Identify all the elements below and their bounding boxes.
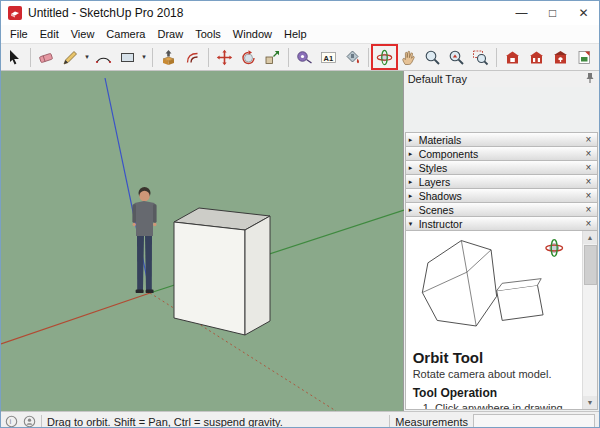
- red-axis: [1, 293, 150, 344]
- tray-empty-space: [404, 87, 599, 132]
- pan-tool-button[interactable]: [397, 46, 420, 68]
- expand-arrow-icon[interactable]: ▸: [409, 192, 419, 200]
- tape-measure-icon: [296, 49, 313, 66]
- tray-section-shadows[interactable]: ▸ Shadows ×: [405, 188, 598, 202]
- status-bar: i Drag to orbit. Shift = Pan, Ctrl = sus…: [1, 411, 599, 428]
- rectangle-icon: [119, 49, 136, 66]
- toolbar-separator: [496, 48, 497, 67]
- menu-help[interactable]: Help: [278, 28, 313, 40]
- tray-section-materials[interactable]: ▸ Materials ×: [405, 132, 598, 146]
- line-dropdown-arrow-icon[interactable]: ▾: [83, 53, 91, 61]
- app-logo-icon: [8, 6, 22, 20]
- 3d-warehouse-icon: [504, 49, 521, 66]
- close-icon[interactable]: ×: [583, 135, 594, 145]
- instructor-operation-heading: Tool Operation: [413, 386, 575, 400]
- scrollbar-thumb[interactable]: [584, 245, 597, 285]
- close-button[interactable]: ✕: [568, 1, 599, 25]
- window-title: Untitled - SketchUp Pro 2018: [28, 6, 506, 20]
- zoom-magnifier-icon: [424, 49, 441, 66]
- drawing-canvas[interactable]: [1, 71, 403, 411]
- paint-bucket-icon: [344, 49, 361, 66]
- svg-text:A1: A1: [324, 53, 334, 62]
- close-icon[interactable]: ×: [583, 163, 594, 173]
- expand-arrow-icon[interactable]: ▸: [409, 206, 419, 214]
- scroll-down-icon[interactable]: ▼: [583, 396, 597, 409]
- scale-figure[interactable]: [132, 187, 156, 293]
- title-bar: Untitled - SketchUp Pro 2018 — □ ✕: [1, 1, 599, 25]
- getting-started-toolbar: ▾ ▾: [1, 44, 599, 71]
- eraser-icon: [38, 49, 55, 66]
- scroll-up-icon[interactable]: ▲: [583, 231, 597, 244]
- shapes-dropdown-arrow-icon[interactable]: ▾: [140, 53, 148, 61]
- rotate-icon: [240, 49, 257, 66]
- menu-tools[interactable]: Tools: [189, 28, 227, 40]
- pin-icon[interactable]: [585, 72, 595, 86]
- minimize-button[interactable]: —: [506, 1, 537, 25]
- select-cursor-icon: [6, 49, 23, 66]
- close-icon[interactable]: ×: [583, 219, 594, 229]
- default-tray-panel: Default Tray ▸ Materials × ▸ Components …: [403, 71, 599, 411]
- send-to-layout-icon: [576, 49, 593, 66]
- arcs-tool-button[interactable]: [92, 46, 115, 68]
- paint-bucket-tool-button[interactable]: [341, 46, 364, 68]
- toolbar-separator: [208, 48, 209, 67]
- rotate-tool-button[interactable]: [237, 46, 260, 68]
- send-to-layout-button[interactable]: [573, 46, 596, 68]
- expand-arrow-icon[interactable]: ▸: [409, 150, 419, 158]
- arc-icon: [95, 49, 112, 66]
- move-tool-button[interactable]: [213, 46, 236, 68]
- expand-arrow-icon[interactable]: ▸: [409, 178, 419, 186]
- menu-file[interactable]: File: [4, 28, 34, 40]
- credits-status-icon[interactable]: [23, 415, 36, 428]
- zoom-extents-tool-button[interactable]: [445, 46, 468, 68]
- close-icon[interactable]: ×: [583, 149, 594, 159]
- instructor-scrollbar[interactable]: ▲ ▼: [582, 231, 597, 409]
- tray-section-components[interactable]: ▸ Components ×: [405, 146, 598, 160]
- extension-warehouse-icon: [528, 49, 545, 66]
- close-icon[interactable]: ×: [583, 191, 594, 201]
- text-tool-button[interactable]: A1: [317, 46, 340, 68]
- push-pull-icon: [160, 49, 177, 66]
- maximize-button[interactable]: □: [537, 1, 568, 25]
- extension-warehouse-button[interactable]: [525, 46, 548, 68]
- instructor-panel: Orbit Tool Rotate camera about model. To…: [405, 230, 598, 410]
- select-tool-button[interactable]: [3, 46, 26, 68]
- menu-camera[interactable]: Camera: [100, 28, 151, 40]
- text-label-icon: A1: [320, 49, 337, 66]
- tray-section-styles[interactable]: ▸ Styles ×: [405, 160, 598, 174]
- push-pull-tool-button[interactable]: [157, 46, 180, 68]
- menu-window[interactable]: Window: [227, 28, 278, 40]
- line-tool-button[interactable]: [59, 46, 82, 68]
- toolbar-separator: [152, 48, 153, 67]
- orbit-tool-button[interactable]: [373, 46, 396, 68]
- instructor-tool-description: Rotate camera about model.: [413, 368, 575, 380]
- share-model-button[interactable]: [549, 46, 572, 68]
- tray-section-instructor[interactable]: ▾ Instructor ×: [405, 216, 598, 230]
- zoom-tool-button[interactable]: [421, 46, 444, 68]
- zoom-window-tool-button[interactable]: [469, 46, 492, 68]
- measurements-value[interactable]: [473, 414, 595, 428]
- close-icon[interactable]: ×: [583, 177, 594, 187]
- menu-view[interactable]: View: [65, 28, 101, 40]
- menu-draw[interactable]: Draw: [151, 28, 189, 40]
- orbit-icon: [546, 240, 563, 257]
- tray-section-scenes[interactable]: ▸ Scenes ×: [405, 202, 598, 216]
- model-box[interactable]: [174, 208, 270, 335]
- offset-tool-button[interactable]: [181, 46, 204, 68]
- shapes-tool-button[interactable]: [116, 46, 139, 68]
- tray-section-layers[interactable]: ▸ Layers ×: [405, 174, 598, 188]
- eraser-tool-button[interactable]: [35, 46, 58, 68]
- zoom-window-icon: [472, 49, 489, 66]
- statusbar-separator: [389, 415, 390, 428]
- expand-arrow-icon[interactable]: ▸: [409, 164, 419, 172]
- tape-measure-tool-button[interactable]: [293, 46, 316, 68]
- menu-edit[interactable]: Edit: [34, 28, 65, 40]
- scale-tool-button[interactable]: [261, 46, 284, 68]
- expand-arrow-icon[interactable]: ▸: [409, 136, 419, 144]
- geolocation-status-icon[interactable]: i: [5, 415, 18, 428]
- close-icon[interactable]: ×: [583, 205, 594, 215]
- expand-arrow-icon[interactable]: ▾: [409, 220, 419, 228]
- tray-title: Default Tray: [408, 73, 585, 85]
- sketchup-window: Untitled - SketchUp Pro 2018 — □ ✕ File …: [0, 0, 600, 428]
- 3d-warehouse-button[interactable]: [501, 46, 524, 68]
